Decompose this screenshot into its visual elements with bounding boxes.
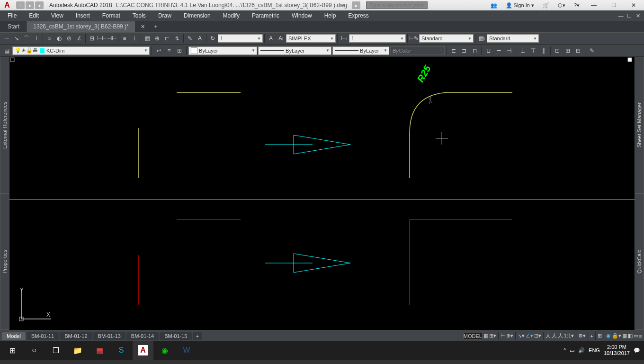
dim-style-icon[interactable]: ⊢ᵢ xyxy=(339,34,349,43)
constraint-2-icon[interactable]: ⊐ xyxy=(459,46,469,55)
constraint-10-icon[interactable]: ⊡ xyxy=(553,46,562,55)
menu-view[interactable]: View xyxy=(45,11,69,20)
menu-draw[interactable]: Draw xyxy=(152,11,177,20)
tab-start[interactable]: Start xyxy=(1,21,27,32)
menu-help[interactable]: Help xyxy=(319,11,342,20)
menu-tools[interactable]: Tools xyxy=(127,11,152,20)
dim-jogged-icon[interactable]: ◐ xyxy=(54,34,64,43)
dim-tedit-icon[interactable]: A xyxy=(195,34,205,43)
layout-tab-model[interactable]: Model xyxy=(2,332,26,340)
constraint-3-icon[interactable]: ⊓ xyxy=(470,46,479,55)
constraint-settings-icon[interactable]: ✎ xyxy=(587,46,597,55)
child-maximize-button[interactable]: ☐ xyxy=(625,13,634,19)
add-layout-button[interactable]: + xyxy=(193,332,201,340)
quickprops-icon[interactable]: ◉ xyxy=(606,333,611,339)
dimstyle-icon[interactable]: ⊢✎ xyxy=(409,34,419,43)
color-dropdown[interactable]: ByLayer▼ xyxy=(188,46,257,55)
app-icon[interactable]: ⬡▾ xyxy=(555,1,568,9)
menu-file[interactable]: File xyxy=(2,11,22,20)
annotation-scale-dropdown[interactable]: 1▼ xyxy=(218,34,263,43)
tab-current-file[interactable]: 1326_csBM_1st storey_3( B62-B99 )* xyxy=(27,21,135,32)
tray-status-icon[interactable]: ▭ xyxy=(570,347,574,354)
model-space-button[interactable]: MODEL xyxy=(463,333,483,339)
dim-continue-icon[interactable]: ⊣⊢ xyxy=(107,34,116,43)
isolate-icon[interactable]: ◧ xyxy=(628,333,633,339)
dim-space-icon[interactable]: ≡ xyxy=(120,34,129,43)
close-button[interactable]: ✕ xyxy=(625,0,642,10)
tray-chevron-icon[interactable]: ^ xyxy=(564,347,566,353)
tray-lang[interactable]: ENG xyxy=(589,347,600,353)
search-input[interactable] xyxy=(366,1,428,9)
layout-tab-3[interactable]: BM-01-13 xyxy=(93,332,125,340)
dim-aligned-icon[interactable]: ↘ xyxy=(12,34,21,43)
layer-dropdown[interactable]: 💡☀🔓🖶 KC-Dim ▼ xyxy=(12,46,150,55)
constraint-4-icon[interactable]: ⊔ xyxy=(483,46,493,55)
hardware-accel-icon[interactable]: ▦ xyxy=(622,333,627,339)
annoscale-icon[interactable]: 人 xyxy=(552,332,557,339)
center-mark-icon[interactable]: ⊕ xyxy=(152,34,162,43)
dim-angular-icon[interactable]: ∠ xyxy=(74,34,84,43)
cortana-button[interactable]: ○ xyxy=(24,341,45,360)
annovisibility-icon[interactable]: 人 xyxy=(558,332,563,339)
taskview-button[interactable]: ❐ xyxy=(45,341,66,360)
layer-iso-icon[interactable]: ⊞ xyxy=(175,46,184,55)
isodraft-icon[interactable]: ↘▾ xyxy=(518,333,525,339)
dim-quick-icon[interactable]: ⊟ xyxy=(87,34,97,43)
annotation-monitor-icon[interactable]: + xyxy=(590,333,593,339)
ortho-icon[interactable]: ⊢ xyxy=(501,333,505,339)
app-logo[interactable]: A xyxy=(0,0,14,10)
mtext-icon[interactable]: A xyxy=(266,34,276,43)
lineweight-dropdown[interactable]: ByLayer▼ xyxy=(332,46,389,55)
table-style-icon[interactable]: ▦ᵢ xyxy=(477,34,486,43)
child-close-button[interactable]: ✕ xyxy=(634,13,642,19)
skype-icon[interactable]: S xyxy=(111,341,132,360)
inspection-icon[interactable]: ⊏ xyxy=(162,34,172,43)
text-style-icon[interactable]: Aᵢ xyxy=(276,34,286,43)
arrow-icon[interactable]: ▸ xyxy=(352,1,360,9)
tray-clock[interactable]: 2:00 PM 10/13/2017 xyxy=(604,344,630,356)
minimize-button[interactable]: — xyxy=(585,0,602,10)
dim-radius-icon[interactable]: ○ xyxy=(45,34,54,43)
otrack-icon[interactable]: ⊡▾ xyxy=(534,333,541,339)
text-style-dropdown[interactable]: SIMPLEX▼ xyxy=(286,34,336,43)
sign-in-button[interactable]: 👤 Sign In ▾ xyxy=(503,1,537,9)
units-icon[interactable]: ⊞ xyxy=(598,333,602,339)
polar-icon[interactable]: ⊕▾ xyxy=(506,333,513,339)
explorer-icon[interactable]: 📁 xyxy=(67,341,88,360)
layout-tab-5[interactable]: BM-01-15 xyxy=(160,332,192,340)
sheet-set-manager-panel[interactable]: Sheet Set Manager xyxy=(635,57,644,193)
child-minimize-button[interactable]: — xyxy=(617,13,625,19)
open-icon[interactable]: ▸ xyxy=(26,1,34,9)
constraint-12-icon[interactable]: ⊟ xyxy=(573,46,583,55)
tray-volume-icon[interactable]: 🔊 xyxy=(578,347,585,354)
constraint-1-icon[interactable]: ⊏ xyxy=(449,46,458,55)
constraint-7-icon[interactable]: ⊥ xyxy=(518,46,528,55)
dim-arc-icon[interactable]: ⌒ xyxy=(22,34,31,43)
menu-format[interactable]: Format xyxy=(97,11,126,20)
osnap-icon[interactable]: ∠▾ xyxy=(526,333,533,339)
linetype-dropdown[interactable]: ByLayer▼ xyxy=(258,46,331,55)
menu-parametric[interactable]: Parametric xyxy=(246,11,285,20)
menu-window[interactable]: Window xyxy=(286,11,318,20)
menu-express[interactable]: Express xyxy=(342,11,374,20)
dim-break-icon[interactable]: ⊥ xyxy=(130,34,139,43)
autocad-taskbar-icon[interactable]: A xyxy=(133,341,153,360)
utorrent-icon[interactable]: ◉ xyxy=(154,341,175,360)
add-tab-button[interactable]: + xyxy=(150,22,162,31)
dim-diameter-icon[interactable]: ⊘ xyxy=(64,34,74,43)
properties-panel[interactable]: Properties xyxy=(0,193,9,330)
quickcalc-panel[interactable]: QuickCalc xyxy=(635,193,644,330)
menu-arrow-icon[interactable]: ▾ xyxy=(35,1,44,9)
dimstyle-dropdown[interactable]: Standard▼ xyxy=(419,34,474,43)
layout-tab-2[interactable]: BM-01-12 xyxy=(60,332,92,340)
dim-baseline-icon[interactable]: ⊢⊢ xyxy=(97,34,107,43)
layout-tab-1[interactable]: BM-01-11 xyxy=(27,332,59,340)
dim-edit-icon[interactable]: ✎ xyxy=(185,34,195,43)
drawing-canvas[interactable]: R25 Y X xyxy=(9,57,635,330)
scale-button[interactable]: 1:1▾ xyxy=(564,333,574,339)
grid-icon[interactable]: ▦ xyxy=(483,333,488,339)
workspace-icon[interactable]: ⚙▾ xyxy=(578,333,586,339)
constraint-6-icon[interactable]: ⊣ xyxy=(504,46,514,55)
constraint-5-icon[interactable]: ⊢ xyxy=(494,46,503,55)
table-style-dropdown[interactable]: Standard▼ xyxy=(487,34,539,43)
